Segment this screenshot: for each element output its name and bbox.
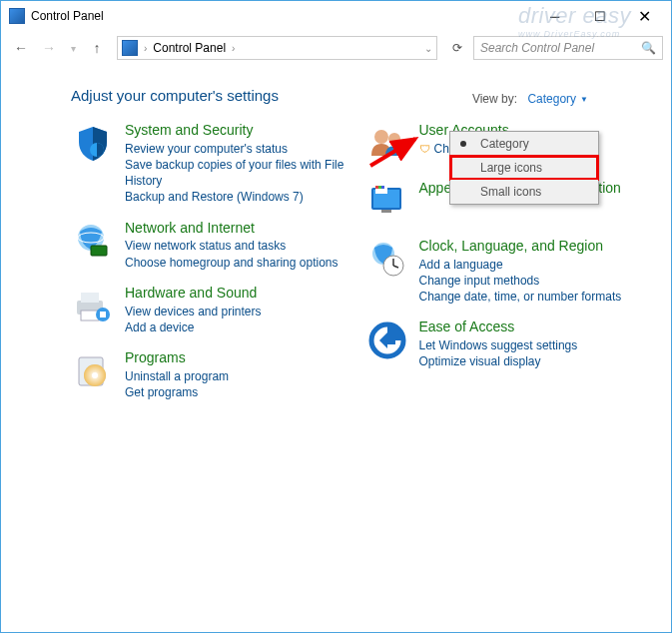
category-programs: Programs Uninstall a program Get program… [71,349,353,400]
svg-line-0 [370,139,415,166]
viewby-option-category[interactable]: Category [450,132,598,156]
search-placeholder: Search Control Panel [480,41,594,55]
svg-rect-7 [81,293,99,303]
category-title[interactable]: Network and Internet [125,220,337,237]
svg-rect-22 [381,186,384,189]
svg-point-14 [92,372,98,378]
svg-rect-20 [375,186,378,189]
clock-globe-icon [365,238,409,282]
category-link[interactable]: Uninstall a program [125,368,229,384]
category-clock-language: Clock, Language, and Region Add a langua… [365,238,648,305]
up-button[interactable]: ↑ [85,36,109,60]
search-input[interactable]: Search Control Panel 🔍 [473,36,663,60]
history-dropdown[interactable]: ▾ [65,36,81,60]
titlebar: Control Panel ─ ☐ ✕ [1,1,671,31]
content: Adjust your computer's settings View by:… [1,65,671,400]
category-link[interactable]: Backup and Restore (Windows 7) [125,189,353,205]
viewby-label: View by: [472,92,517,106]
window-title: Control Panel [31,9,104,23]
category-system-security: System and Security Review your computer… [71,122,353,206]
category-link[interactable]: Optimize visual display [419,353,578,369]
viewby-control: View by: Category ▼ Category Large icons… [472,89,595,109]
category-link[interactable]: Add a device [125,319,262,335]
address-bar[interactable]: › Control Panel › ⌄ [117,36,437,60]
disc-icon [71,349,115,393]
ease-of-access-icon [365,318,409,362]
globe-icon [71,220,115,264]
back-button[interactable]: ← [9,36,33,60]
category-title[interactable]: System and Security [125,122,353,139]
breadcrumb-root[interactable]: Control Panel [153,41,226,55]
svg-rect-23 [381,210,391,213]
forward-button[interactable]: → [37,36,61,60]
search-icon: 🔍 [641,41,656,55]
category-column-left: System and Security Review your computer… [71,122,353,400]
minimize-button[interactable]: ─ [532,2,577,30]
category-link[interactable]: Review your computer's status [125,141,353,157]
category-ease-of-access: Ease of Access Let Windows suggest setti… [365,318,648,369]
category-link[interactable]: Get programs [125,384,229,400]
category-title[interactable]: Ease of Access [419,318,578,335]
control-panel-icon [122,40,138,56]
refresh-button[interactable]: ⟳ [445,36,469,60]
category-title[interactable]: Clock, Language, and Region [419,238,622,255]
shield-icon [71,122,115,166]
annotation-arrow [365,131,425,171]
category-network-internet: Network and Internet View network status… [71,220,353,271]
category-hardware-sound: Hardware and Sound View devices and prin… [71,285,353,335]
category-link[interactable]: View devices and printers [125,304,262,319]
category-link[interactable]: Save backup copies of your files with Fi… [125,157,353,189]
svg-rect-4 [91,246,107,256]
control-panel-icon [9,8,25,24]
svg-rect-21 [378,186,381,189]
category-link[interactable]: Choose homegroup and sharing options [125,255,337,271]
monitor-icon [365,180,409,224]
chevron-right-icon: › [144,43,147,54]
chevron-down-icon: ▼ [580,95,588,104]
category-title[interactable]: Programs [125,349,229,366]
category-link[interactable]: Change date, time, or number formats [419,289,622,305]
printer-icon [71,285,115,328]
viewby-option-large-icons[interactable]: Large icons [450,156,598,180]
navbar: ← → ▾ ↑ › Control Panel › ⌄ ⟳ Search Con… [1,31,671,65]
address-dropdown[interactable]: ⌄ [424,43,432,54]
category-link[interactable]: Let Windows suggest settings [419,337,578,353]
svg-rect-10 [100,312,106,317]
viewby-option-small-icons[interactable]: Small icons [450,180,598,204]
category-link[interactable]: Change input methods [419,273,622,289]
close-button[interactable]: ✕ [622,2,667,30]
category-link[interactable]: Add a language [419,257,622,273]
chevron-right-icon: › [232,43,235,54]
category-title[interactable]: Hardware and Sound [125,285,262,302]
maximize-button[interactable]: ☐ [577,2,622,30]
viewby-button[interactable]: Category ▼ [520,89,595,109]
viewby-dropdown: Category Large icons Small icons [449,131,599,205]
category-link[interactable]: View network status and tasks [125,238,337,254]
